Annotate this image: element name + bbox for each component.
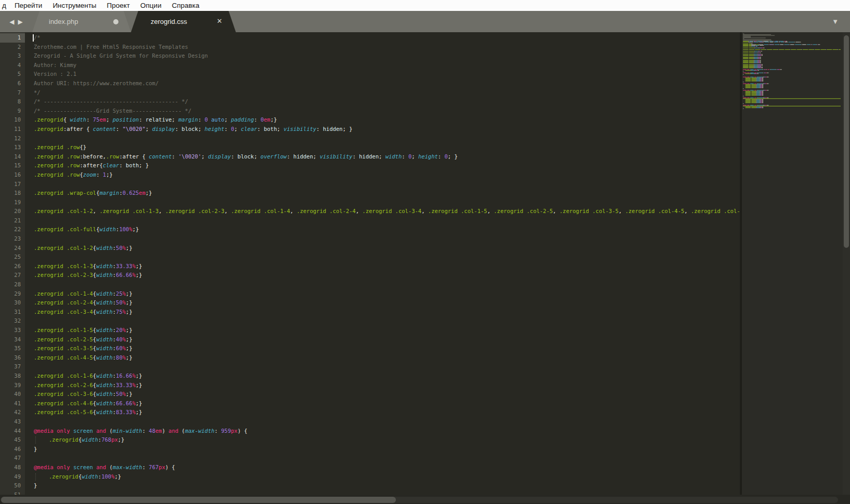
code-line[interactable]: Zerotheme.com | Free Html5 Responsive Te… (25, 43, 740, 52)
code-line[interactable] (25, 280, 740, 289)
code-line[interactable]: .zerogrid{width:768px;} (25, 435, 740, 445)
line-number: 23 (0, 234, 25, 244)
code-line[interactable]: .zerogrid .row:after{clear: both; } (25, 161, 740, 170)
line-number: 14 (0, 152, 25, 162)
line-number: 29 (0, 289, 25, 299)
code-line[interactable]: /* (25, 33, 740, 43)
menu-item[interactable]: Инструменты (47, 2, 101, 10)
tab-nav-arrows: ◀ ▶ (0, 11, 32, 32)
code-line[interactable]: .zerogrid .col-4-6{width:66.66%;} (25, 399, 740, 408)
line-number: 41 (0, 399, 25, 408)
code-line[interactable] (25, 134, 740, 143)
menu-item[interactable]: Опции (135, 2, 167, 10)
code-line[interactable]: @media only screen and (min-width: 48em)… (25, 427, 740, 436)
line-number: 24 (0, 244, 25, 253)
line-number: 11 (0, 125, 25, 134)
code-line[interactable] (25, 316, 740, 326)
line-number: 36 (0, 353, 25, 363)
tab-scroll-left-icon[interactable]: ◀ (9, 18, 14, 25)
code-line[interactable]: .zerogrid .col-3-6{width:50%;} (25, 390, 740, 399)
code-editor-area[interactable]: /*Zerotheme.com | Free Html5 Responsive … (25, 32, 740, 495)
line-number: 30 (0, 298, 25, 308)
code-line[interactable] (25, 490, 740, 495)
code-line[interactable] (25, 454, 740, 463)
line-number: 6 (0, 79, 25, 88)
code-line[interactable]: @media only screen and (max-width: 767px… (25, 463, 740, 472)
tab-zerogrid-css[interactable]: zerogrid.css ✕ (131, 11, 236, 32)
code-line[interactable] (25, 417, 740, 427)
code-line[interactable]: .zerogrid .col-4-5{width:80%;} (25, 353, 740, 363)
tab-index-php[interactable]: index.php (32, 11, 131, 32)
line-number: 46 (0, 445, 25, 454)
line-number: 37 (0, 362, 25, 372)
code-line[interactable]: .zerogrid .wrap-col{margin:0.625em;} (25, 189, 740, 198)
code-line[interactable]: .zerogrid .col-5-6{width:83.33%;} (25, 408, 740, 417)
code-line[interactable] (25, 253, 740, 262)
code-line[interactable] (25, 234, 740, 244)
code-line[interactable]: .zerogrid .col-3-4{width:75%;} (25, 308, 740, 317)
line-number: 27 (0, 271, 25, 280)
code-line[interactable]: .zerogrid .col-2-6{width:33.33%;} (25, 381, 740, 390)
text-caret (33, 34, 34, 42)
code-line[interactable] (25, 198, 740, 207)
line-number-gutter: 1234567891011121314151617181920212223242… (0, 32, 25, 495)
code-line[interactable]: .zerogrid:after { content: "\0020"; disp… (25, 125, 740, 134)
line-number: 7 (0, 88, 25, 98)
code-line[interactable] (25, 362, 740, 372)
code-line[interactable]: .zerogrid .col-1-5{width:20%;} (25, 326, 740, 335)
code-line[interactable]: /* -------------------------------------… (25, 97, 740, 107)
line-number: 15 (0, 161, 25, 170)
line-number: 32 (0, 316, 25, 326)
code-line[interactable]: .zerogrid .col-1-3{width:33.33%;} (25, 262, 740, 271)
line-number: 4 (0, 61, 25, 70)
code-line[interactable]: .zerogrid .col-1-2{width:50%;} (25, 244, 740, 253)
code-line[interactable]: */ (25, 88, 740, 98)
code-line[interactable]: Author URI: https://www.zerotheme.com/ (25, 79, 740, 88)
code-line[interactable]: .zerogrid .row:before,.row:after { conte… (25, 152, 740, 162)
code-line[interactable] (25, 180, 740, 189)
code-line[interactable] (25, 216, 740, 226)
line-number: 43 (0, 417, 25, 427)
tab-scroll-right-icon[interactable]: ▶ (18, 18, 23, 25)
line-number: 19 (0, 198, 25, 207)
menu-item[interactable]: Перейти (9, 2, 48, 10)
code-line[interactable]: } (25, 445, 740, 454)
code-line[interactable]: .zerogrid .row{zoom: 1;} (25, 170, 740, 180)
menu-item[interactable]: д (1, 2, 9, 10)
code-line[interactable]: Author: Kimmy (25, 61, 740, 70)
code-line[interactable]: .zerogrid{width:100%;} (25, 472, 740, 482)
line-number: 21 (0, 216, 25, 226)
line-number: 28 (0, 280, 25, 289)
code-line[interactable]: .zerogrid .col-1-2, .zerogrid .col-1-3, … (25, 207, 740, 216)
code-line[interactable]: .zerogrid .col-3-5{width:60%;} (25, 344, 740, 353)
vertical-scrollbar-thumb[interactable] (844, 35, 849, 248)
tab-list-dropdown-icon[interactable]: ▼ (832, 18, 839, 25)
line-number: 47 (0, 454, 25, 463)
close-tab-icon[interactable]: ✕ (217, 17, 222, 25)
menu-item[interactable]: Проект (102, 2, 135, 10)
code-line[interactable]: .zerogrid .col-2-5{width:40%;} (25, 335, 740, 344)
code-line[interactable]: .zerogrid .col-2-4{width:50%;} (25, 298, 740, 308)
code-line[interactable]: } (25, 481, 740, 490)
code-line[interactable]: Zerogrid - A Single Grid System for Resp… (25, 51, 740, 61)
line-number: 38 (0, 372, 25, 381)
code-line[interactable]: .zerogrid .col-1-6{width:16.66%;} (25, 372, 740, 381)
vertical-scrollbar[interactable] (843, 32, 850, 495)
modified-dot-icon (113, 19, 118, 24)
minimap[interactable] (742, 32, 843, 495)
line-number: 5 (0, 70, 25, 79)
line-number: 26 (0, 262, 25, 271)
horizontal-scrollbar-thumb[interactable] (1, 497, 396, 503)
code-line[interactable]: /* ----------------Grid System----------… (25, 107, 740, 116)
horizontal-scrollbar[interactable] (0, 495, 850, 504)
code-line[interactable]: .zerogrid .col-1-4{width:25%;} (25, 289, 740, 299)
code-line[interactable]: .zerogrid .col-2-3{width:66.66%;} (25, 271, 740, 280)
line-number: 22 (0, 225, 25, 234)
code-line[interactable]: .zerogrid{ width: 75em; position: relati… (25, 115, 740, 125)
code-line[interactable]: .zerogrid .row{} (25, 143, 740, 152)
minimap-canvas[interactable] (743, 32, 843, 495)
code-line[interactable]: Version : 2.1 (25, 70, 740, 79)
line-number: 16 (0, 170, 25, 180)
code-line[interactable]: .zerogrid .col-full{width:100%;} (25, 225, 740, 234)
menu-item[interactable]: Справка (167, 2, 205, 10)
